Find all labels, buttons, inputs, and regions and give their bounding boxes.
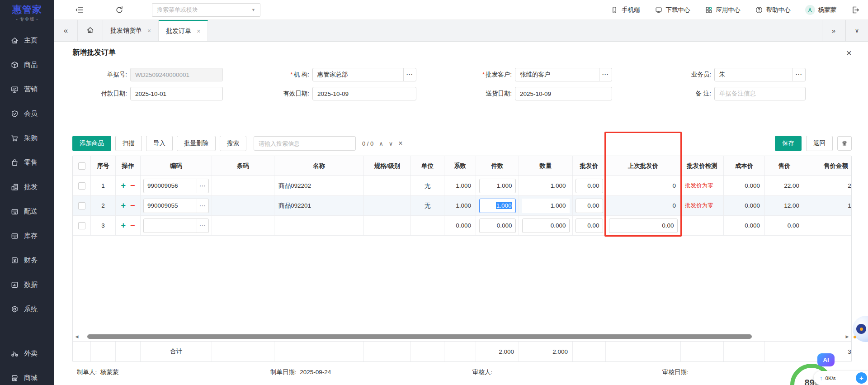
phone-icon bbox=[610, 6, 618, 14]
add-row-button[interactable]: + bbox=[121, 181, 126, 190]
valid-date-input[interactable]: 2025-10-09 bbox=[312, 87, 416, 100]
sidebar-item-system[interactable]: 系统 bbox=[0, 297, 54, 321]
grid-search-input[interactable] bbox=[259, 140, 351, 147]
grid-header-6: 规格/级别 bbox=[364, 156, 411, 176]
org-input[interactable]: 惠管家总部··· bbox=[312, 68, 416, 81]
quantity-input[interactable]: 0.000 bbox=[522, 219, 570, 233]
wholesale-price-input[interactable]: 0.00 bbox=[576, 199, 603, 213]
search-button[interactable]: 搜索 bbox=[220, 136, 246, 151]
wholesale-price-input[interactable]: 0.00 bbox=[576, 219, 603, 233]
grid-search[interactable] bbox=[254, 136, 356, 151]
collapse-menu-icon[interactable] bbox=[75, 5, 84, 14]
sidebar-item-purchase[interactable]: 采购 bbox=[0, 126, 54, 150]
last-price-input[interactable]: 0.00 bbox=[609, 219, 678, 233]
sidebar-item-label: 营销 bbox=[24, 85, 38, 94]
code-input[interactable]: 990009056··· bbox=[143, 179, 209, 193]
pay-date-input[interactable]: 2025-10-01 bbox=[130, 87, 223, 100]
add-row-button[interactable]: + bbox=[121, 201, 126, 210]
quantity-input[interactable]: 1.000 bbox=[522, 199, 570, 213]
row-checkbox[interactable] bbox=[78, 182, 85, 190]
topbar-link-download[interactable]: 下载中心 bbox=[655, 6, 690, 14]
form-field-remark: 备 注:单据备注信息 bbox=[612, 87, 806, 100]
batch-delete-button[interactable]: 批量删除 bbox=[177, 136, 216, 151]
add-row-button[interactable]: + bbox=[121, 221, 126, 230]
sidebar-item-marketing[interactable]: 营销 bbox=[0, 77, 54, 101]
tab-close-icon[interactable]: × bbox=[197, 28, 200, 35]
scroll-right-arrow[interactable]: ▶ bbox=[844, 334, 850, 339]
sidebar-item-mall[interactable]: 商城 bbox=[0, 366, 54, 385]
sidebar-item-inventory[interactable]: 库存 bbox=[0, 223, 54, 248]
wholesale-price-input[interactable]: 0.00 bbox=[576, 179, 603, 193]
product-picker-button[interactable]: ··· bbox=[197, 199, 208, 213]
topbar-link-help[interactable]: 帮助中心 bbox=[755, 6, 791, 14]
sidebar-item-label: 商城 bbox=[24, 374, 38, 382]
remove-row-button[interactable]: − bbox=[130, 201, 135, 210]
logout-icon[interactable] bbox=[851, 5, 860, 14]
code-input[interactable]: ··· bbox=[143, 219, 209, 233]
row-checkbox[interactable] bbox=[78, 222, 85, 229]
quantity-input[interactable]: 1.000 bbox=[522, 179, 570, 193]
delivery-date-input[interactable]: 2025-10-09 bbox=[515, 87, 612, 100]
search-clear-icon[interactable]: × bbox=[398, 139, 402, 147]
main-panel: 新增批发订单 × 单据号:WD2509240000001*机 构:惠管家总部··… bbox=[54, 42, 868, 385]
sidebar-item-retail[interactable]: 零售 bbox=[0, 150, 54, 175]
sidebar-item-takeout[interactable]: 外卖 bbox=[0, 341, 54, 366]
home-tab-button[interactable] bbox=[78, 20, 103, 41]
topbar-search[interactable]: ▼ bbox=[152, 3, 260, 17]
remove-row-button[interactable]: − bbox=[130, 221, 135, 230]
user-menu[interactable]: 杨蒙蒙 bbox=[805, 5, 837, 15]
tabs-more-button[interactable]: » bbox=[822, 20, 845, 41]
column-settings-button[interactable] bbox=[837, 136, 852, 151]
row-checkbox[interactable] bbox=[78, 202, 85, 209]
tab-2[interactable]: 批发订单× bbox=[159, 20, 208, 41]
salesman-input[interactable]: 朱··· bbox=[714, 68, 806, 81]
back-button[interactable]: 返回 bbox=[806, 136, 833, 151]
product-picker-button[interactable]: ··· bbox=[197, 219, 208, 233]
import-button[interactable]: 导入 bbox=[146, 136, 173, 151]
product-picker-button[interactable]: ··· bbox=[197, 179, 208, 193]
tabs-dropdown-button[interactable]: ∨ bbox=[845, 20, 868, 41]
tabs-collapse-button[interactable]: « bbox=[54, 20, 78, 41]
topbar-search-input[interactable] bbox=[157, 6, 251, 13]
scroll-left-arrow[interactable]: ◀ bbox=[74, 334, 80, 339]
helper-bubble-button[interactable]: + bbox=[856, 372, 867, 384]
user-icon bbox=[805, 5, 815, 15]
tab-close-icon[interactable]: × bbox=[147, 27, 151, 34]
finance-icon bbox=[10, 256, 19, 265]
add-product-button[interactable]: 添加商品 bbox=[72, 136, 111, 151]
more-options-button[interactable]: ··· bbox=[599, 68, 612, 81]
save-button[interactable]: 保存 bbox=[775, 136, 802, 151]
sidebar-item-home[interactable]: 主页 bbox=[0, 28, 54, 52]
code-input[interactable]: 990009055··· bbox=[143, 199, 209, 213]
search-next-icon[interactable]: ∨ bbox=[389, 140, 393, 147]
search-prev-icon[interactable]: ∧ bbox=[379, 140, 383, 147]
scrollbar-track[interactable] bbox=[80, 334, 844, 339]
sidebar-item-label: 批发 bbox=[24, 183, 38, 191]
more-options-button[interactable]: ··· bbox=[793, 68, 805, 81]
sidebar-item-member[interactable]: 会员 bbox=[0, 101, 54, 126]
customer-input[interactable]: 张维的客户··· bbox=[515, 68, 612, 81]
pieces-input[interactable]: 1.000 bbox=[479, 199, 516, 213]
topbar-link-mobile[interactable]: 手机端 bbox=[610, 6, 640, 14]
select-all-checkbox[interactable] bbox=[78, 162, 85, 170]
ai-assistant-button[interactable]: AI bbox=[817, 353, 835, 366]
topbar-link-apps[interactable]: 应用中心 bbox=[705, 6, 741, 14]
remove-row-button[interactable]: − bbox=[130, 181, 135, 190]
pieces-input[interactable]: 1.000 bbox=[479, 179, 516, 193]
scrollbar-thumb[interactable] bbox=[87, 334, 752, 339]
remark-input[interactable]: 单据备注信息 bbox=[714, 87, 806, 100]
chevron-down-icon[interactable]: ▼ bbox=[251, 8, 255, 12]
pieces-input[interactable]: 0.000 bbox=[479, 219, 516, 233]
tab-1[interactable]: 批发销货单× bbox=[103, 20, 159, 41]
sidebar-item-wholesale[interactable]: 批发 bbox=[0, 175, 54, 199]
sidebar-item-finance[interactable]: 财务 bbox=[0, 248, 54, 272]
tab-label: 批发销货单 bbox=[110, 27, 142, 35]
more-options-button[interactable]: ··· bbox=[403, 68, 416, 81]
close-page-icon[interactable]: × bbox=[846, 48, 852, 57]
scan-button[interactable]: 扫描 bbox=[115, 136, 142, 151]
sidebar-item-goods[interactable]: 商品 bbox=[0, 52, 54, 77]
refresh-icon[interactable] bbox=[115, 5, 124, 14]
sidebar-item-delivery[interactable]: 配送 bbox=[0, 199, 54, 223]
horizontal-scrollbar[interactable]: ◀▶ bbox=[73, 332, 851, 341]
sidebar-item-data[interactable]: 数据 bbox=[0, 272, 54, 297]
